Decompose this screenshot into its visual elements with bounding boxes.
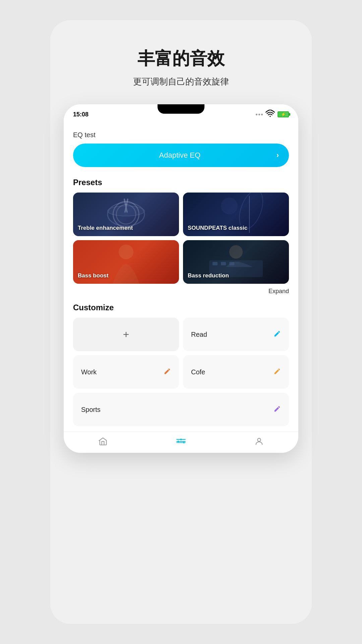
customize-read[interactable]: Read <box>183 318 289 351</box>
eq-section-label: EQ test <box>73 131 289 139</box>
customize-sports[interactable]: Sports <box>73 393 289 426</box>
customize-title: Customize <box>73 303 289 312</box>
signal-dots <box>256 114 263 115</box>
presets-grid: Treble enhancement SOUNDPEATS classic <box>73 193 289 284</box>
status-time: 15:08 <box>73 111 88 118</box>
customize-work[interactable]: Work <box>73 355 179 389</box>
expand-button[interactable]: Expand <box>268 288 289 295</box>
read-label: Read <box>191 331 207 338</box>
phone-content: EQ test Adaptive EQ › Presets <box>64 124 298 432</box>
phone-frame: 15:08 ⚡ <box>64 104 298 453</box>
status-icons: ⚡ <box>256 110 289 119</box>
edit-icon-cofe[interactable] <box>274 368 281 377</box>
outer-container: 丰富的音效 更可调制自己的音效旋律 15:08 <box>50 20 312 624</box>
add-icon: + <box>123 328 129 341</box>
add-customize-card[interactable]: + <box>73 318 179 351</box>
dot1 <box>256 114 257 115</box>
cofe-label: Cofe <box>191 368 205 376</box>
expand-row: Expand <box>73 288 289 295</box>
customize-cofe[interactable]: Cofe <box>183 355 289 389</box>
preset-bass-reduction[interactable]: Bass reduction <box>183 240 289 284</box>
svg-point-7 <box>221 198 238 214</box>
work-label: Work <box>81 368 97 376</box>
wifi-icon <box>265 110 275 119</box>
battery-icon: ⚡ <box>278 111 289 117</box>
svg-point-13 <box>229 245 243 259</box>
page-title: 丰富的音效 <box>137 47 225 70</box>
svg-point-23 <box>258 438 261 441</box>
edit-icon-sports[interactable] <box>274 405 281 414</box>
svg-rect-10 <box>213 262 218 265</box>
bottom-spacer <box>73 426 289 432</box>
preset-bass-boost[interactable]: Bass boost <box>73 240 179 284</box>
edit-icon-work[interactable] <box>164 368 171 377</box>
nav-eq[interactable] <box>142 437 220 446</box>
preset-soundpeats[interactable]: SOUNDPEATS classic <box>183 193 289 236</box>
svg-rect-11 <box>221 262 226 265</box>
soundpeats-label: SOUNDPEATS classic <box>183 220 252 236</box>
bass-boost-label: Bass boost <box>73 268 113 284</box>
battery-bolt: ⚡ <box>281 112 286 117</box>
home-icon <box>98 437 108 446</box>
svg-point-8 <box>119 245 133 259</box>
profile-icon <box>254 437 264 446</box>
presets-title: Presets <box>73 178 289 187</box>
customize-grid: + Read Work <box>73 318 289 389</box>
eq-icon <box>176 437 186 446</box>
nav-home[interactable] <box>64 437 142 446</box>
sports-label: Sports <box>81 406 101 414</box>
preset-treble[interactable]: Treble enhancement <box>73 193 179 236</box>
nav-profile[interactable] <box>220 437 298 446</box>
notch <box>158 104 204 114</box>
page-subtitle: 更可调制自己的音效旋律 <box>133 76 229 88</box>
treble-label: Treble enhancement <box>73 220 137 236</box>
adaptive-eq-label: Adaptive EQ <box>83 151 277 160</box>
adaptive-eq-chevron: › <box>277 151 279 160</box>
bass-reduction-label: Bass reduction <box>183 268 234 284</box>
bottom-nav <box>64 432 298 453</box>
dot2 <box>258 114 260 115</box>
status-bar: 15:08 ⚡ <box>64 104 298 124</box>
edit-icon-read[interactable] <box>274 330 281 339</box>
svg-point-0 <box>269 116 271 117</box>
adaptive-eq-button[interactable]: Adaptive EQ › <box>73 144 289 167</box>
dot3 <box>261 114 263 115</box>
